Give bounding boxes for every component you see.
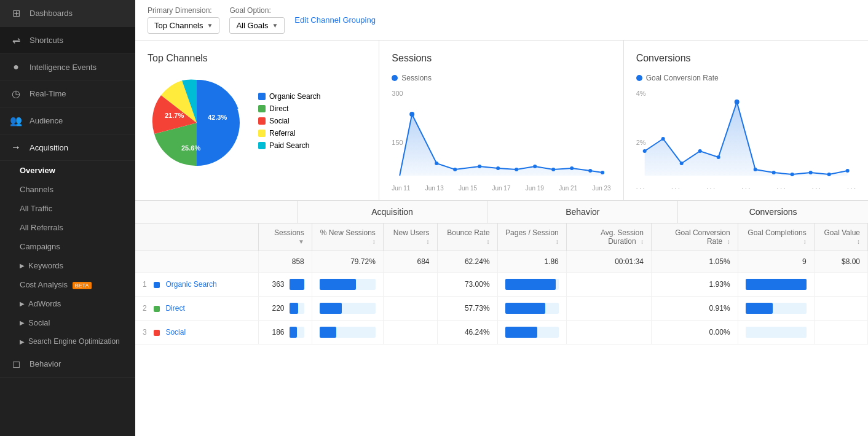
table-row: 1 Organic Search 363: [135, 273, 868, 297]
data-point: [570, 166, 574, 170]
sidebar-item-shortcuts[interactable]: ⇌ Shortcuts: [0, 27, 135, 54]
total-sessions: 858: [258, 251, 312, 273]
data-point: [771, 171, 775, 174]
audience-icon: 👥: [10, 115, 22, 127]
svg-text:42.3%: 42.3%: [208, 114, 227, 121]
table-row: 3 Social 186: [135, 321, 868, 345]
acquisition-submenu: Overview Channels All Traffic All Referr…: [0, 161, 135, 351]
data-point: [716, 155, 720, 159]
sidebar-item-overview[interactable]: Overview: [0, 161, 135, 180]
row3-avg-duration: [566, 321, 651, 345]
row3-sessions-bar: 186: [258, 321, 312, 345]
row3-channel: 3 Social: [135, 321, 258, 345]
sidebar-item-all-traffic[interactable]: All Traffic: [0, 199, 135, 218]
sidebar-label-realtime: Real-Time: [30, 89, 66, 98]
data-point: [515, 168, 518, 171]
total-goal-completions: 9: [738, 251, 814, 273]
dashboards-icon: ⊞: [10, 7, 22, 19]
pie-chart-container: 42.3% 25.6% 21.7% Organic Search Direct: [148, 74, 366, 172]
legend-social: Social: [258, 117, 320, 125]
charts-row: Top Channels 42.3%: [135, 41, 868, 201]
sidebar-label-behavior: Behavior: [30, 359, 61, 368]
total-bounce-rate: 62.24%: [437, 251, 497, 273]
col-header-pct-new[interactable]: % New Sessions ↕: [312, 224, 383, 251]
col-header-bounce-rate[interactable]: Bounce Rate ↕: [437, 224, 497, 251]
sidebar-item-channels[interactable]: Channels: [0, 180, 135, 199]
sessions-legend-label: Sessions: [401, 74, 432, 82]
acquisition-icon: →: [10, 142, 22, 153]
sidebar-item-adwords[interactable]: ▶ AdWords: [0, 294, 135, 313]
col-header-sessions[interactable]: Sessions ▼: [258, 224, 312, 251]
row2-avg-duration: [566, 297, 651, 321]
primary-dimension-dropdown[interactable]: Top Channels ▼: [148, 17, 219, 34]
row2-bounce-bar: [497, 297, 566, 321]
conversions-chart-panel: Conversions Goal Conversion Rate 4% 2%: [624, 41, 868, 200]
data-point: [533, 165, 537, 168]
sidebar-item-intelligence[interactable]: ● Intelligence Events: [0, 54, 135, 80]
row3-goal-value: [814, 321, 867, 345]
total-new-users: 684: [383, 251, 437, 273]
row2-goal-value: [814, 297, 867, 321]
sidebar-item-keywords[interactable]: ▶ Keywords: [0, 256, 135, 275]
data-point: [734, 99, 739, 104]
channel-link-organic[interactable]: Organic Search: [165, 280, 216, 289]
sessions-y-mid: 150: [392, 139, 403, 146]
conversions-legend: Goal Conversion Rate: [636, 74, 856, 82]
svg-text:21.7%: 21.7%: [165, 112, 184, 119]
channel-link-direct[interactable]: Direct: [165, 304, 184, 313]
col-header-new-users[interactable]: New Users ↕: [383, 224, 437, 251]
channel-link-social[interactable]: Social: [165, 328, 186, 337]
data-point: [435, 162, 438, 165]
row2-goal-conv: 0.91%: [651, 297, 738, 321]
legend-dot-social: [258, 117, 266, 125]
behavior-section-header: Behavior: [487, 201, 678, 223]
channel-color-social: [154, 330, 160, 336]
svg-marker-4: [644, 102, 847, 176]
col-header-goal-value[interactable]: Goal Value ↕: [814, 224, 867, 251]
row2-goal-bar: [738, 297, 814, 321]
sidebar-item-all-referrals[interactable]: All Referrals: [0, 218, 135, 237]
sidebar-item-cost-analysis[interactable]: Cost Analysis BETA: [0, 275, 135, 294]
sidebar-item-behavior[interactable]: ◻ Behavior: [0, 351, 135, 378]
sidebar-item-seo[interactable]: ▶ Search Engine Optimization: [0, 332, 135, 351]
conversions-legend-label: Goal Conversion Rate: [646, 74, 719, 82]
row1-goal-bar: [738, 273, 814, 297]
col-header-goal-conv-rate[interactable]: Goal Conversion Rate ↕: [651, 224, 738, 251]
col-header-goal-completions[interactable]: Goal Completions ↕: [738, 224, 814, 251]
sidebar-item-campaigns[interactable]: Campaigns: [0, 237, 135, 256]
row3-bounce-bar: [497, 321, 566, 345]
sidebar-item-acquisition[interactable]: → Acquisition: [0, 134, 135, 161]
pie-chart-title: Top Channels: [148, 53, 366, 64]
legend-dot-referral: [258, 130, 266, 137]
primary-dimension-label: Primary Dimension:: [148, 6, 219, 15]
row3-pct-new-bar: [312, 321, 383, 345]
row2-bounce-rate: 57.73%: [437, 297, 497, 321]
sessions-svg: [392, 96, 610, 182]
pie-chart-svg: 42.3% 25.6% 21.7%: [148, 74, 246, 172]
conversions-chart-area: 4% 2%: [636, 90, 856, 188]
sessions-chart-area: 300 150: [392, 90, 610, 188]
edit-channel-grouping-link[interactable]: Edit Channel Grouping: [294, 15, 376, 25]
conv-y-mid: 2%: [636, 139, 646, 146]
sidebar-item-dashboards[interactable]: ⊞ Dashboards: [0, 0, 135, 27]
row1-bounce-bar: [497, 273, 566, 297]
row1-avg-duration: [566, 273, 651, 297]
sidebar-label-dashboards: Dashboards: [30, 9, 73, 18]
sidebar-item-audience[interactable]: 👥 Audience: [0, 107, 135, 134]
data-point: [551, 168, 555, 171]
sidebar-item-social[interactable]: ▶ Social: [0, 313, 135, 332]
sidebar-item-realtime[interactable]: ◷ Real-Time: [0, 80, 135, 107]
total-label: [135, 251, 258, 273]
data-point: [698, 149, 701, 153]
empty-section-header: [135, 201, 298, 223]
main-content: Primary Dimension: Top Channels ▼ Goal O…: [135, 0, 868, 436]
goal-option-group: Goal Option: All Goals ▼: [229, 6, 285, 34]
table-header-row: Sessions ▼ % New Sessions ↕ New Users ↕ …: [135, 224, 868, 251]
row1-bounce-rate: 73.00%: [437, 273, 497, 297]
sidebar: ⊞ Dashboards ⇌ Shortcuts ● Intelligence …: [0, 0, 135, 436]
col-header-avg-duration[interactable]: Avg. Session Duration ↕: [566, 224, 651, 251]
channel-color-direct: [154, 306, 160, 312]
col-header-pages-session[interactable]: Pages / Session ↕: [497, 224, 566, 251]
row2-pct-new-bar: [312, 297, 383, 321]
goal-option-dropdown[interactable]: All Goals ▼: [229, 17, 285, 34]
